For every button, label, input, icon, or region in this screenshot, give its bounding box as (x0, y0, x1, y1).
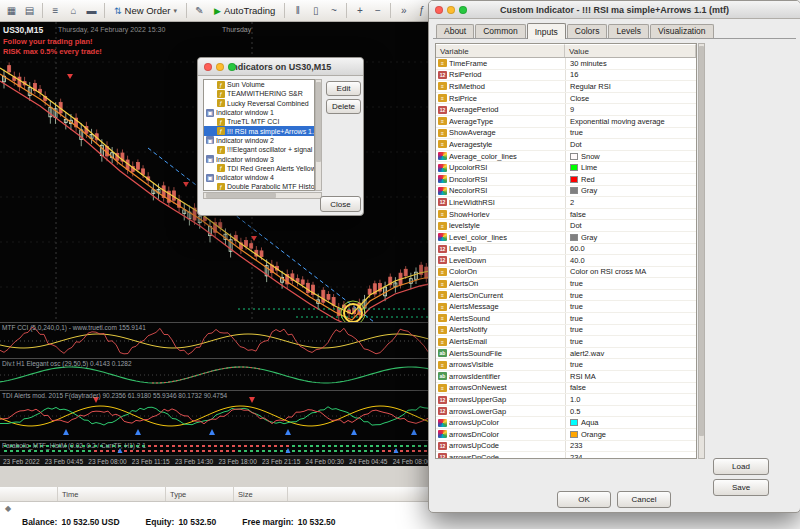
param-value[interactable]: Close (566, 94, 696, 103)
param-value[interactable]: Dot (566, 221, 696, 230)
param-value[interactable]: false (566, 383, 696, 392)
param-value[interactable]: 234 (566, 453, 696, 459)
scrollbar-thumb[interactable] (699, 46, 704, 436)
autotrading-button[interactable]: ▶AutoTrading (209, 2, 280, 20)
param-value[interactable]: 40.0 (566, 256, 696, 265)
indicator-item[interactable]: ▣Indicator window 2 (204, 136, 314, 145)
param-row-upcolorrsi[interactable]: UpcolorRSILime (436, 162, 696, 174)
param-value[interactable]: true (566, 291, 696, 300)
param-row-averagestyle[interactable]: ≡AveragestyleDot (436, 139, 696, 151)
indicator-item[interactable]: ƒSun Volume (204, 80, 314, 89)
param-row-showhorlev[interactable]: ≡ShowHorlevfalse (436, 209, 696, 221)
param-row-arrowsupcolor[interactable]: arrowsUpColorAqua (436, 417, 696, 429)
param-value[interactable]: 9 (566, 105, 696, 114)
indicators-list-hscrollbar[interactable] (203, 192, 322, 199)
close-window-button[interactable] (204, 63, 212, 71)
close-window-button[interactable] (435, 6, 443, 14)
param-row-arrowsvisible[interactable]: ≡arrowsVisibletrue (436, 359, 696, 371)
param-row-averageperiod[interactable]: 12AveragePeriod9 (436, 104, 696, 116)
indicator-item[interactable]: ▣Indicator window 1 (204, 108, 314, 117)
line-chart-icon[interactable]: ~ (325, 2, 342, 19)
param-row-averagetype[interactable]: ≡AverageTypeExponential moving average (436, 116, 696, 128)
tab-inputs[interactable]: Inputs (527, 23, 566, 39)
param-value[interactable]: Snow (566, 152, 696, 161)
param-row-arrowsdncolor[interactable]: arrowsDnColorOrange (436, 429, 696, 441)
parabolic-histo-pane[interactable]: Parabolic_MTF_HistM (0.02, 0.2 / CurrTF,… (0, 440, 434, 455)
cancel-button[interactable]: Cancel (617, 491, 671, 508)
param-row-average_color_lines[interactable]: Average_color_linesSnow (436, 151, 696, 163)
indicator-item[interactable]: ƒ!!!Elegant oscillator + signal (mtf + a… (204, 145, 314, 154)
indicator-item[interactable]: ▣Indicator window 4 (204, 173, 314, 182)
param-row-showaverage[interactable]: ≡ShowAveragetrue (436, 128, 696, 140)
param-row-alertsoncurrent[interactable]: ≡AlertsOnCurrenttrue (436, 290, 696, 302)
param-row-linewidthrsi[interactable]: 12LineWidthRSI2 (436, 197, 696, 209)
column-header-value[interactable]: Value (565, 44, 696, 57)
terminal-panel-icon[interactable]: ▬ (83, 2, 100, 19)
param-value[interactable]: true (566, 302, 696, 311)
param-value[interactable]: true (566, 337, 696, 346)
param-value[interactable]: Exponential moving average (566, 117, 696, 126)
terminal-column-Time[interactable]: Time (58, 487, 166, 501)
param-value[interactable]: 16 (566, 70, 696, 79)
edit-button[interactable]: Edit (326, 81, 361, 96)
param-row-alertssound[interactable]: ≡AlertsSoundtrue (436, 313, 696, 325)
terminal-column-Size[interactable]: Size (234, 487, 288, 501)
param-value[interactable]: true (566, 128, 696, 137)
param-value[interactable]: Red (566, 175, 696, 184)
metaeditor-icon[interactable]: ✎ (191, 2, 208, 19)
param-value[interactable]: Gray (566, 233, 696, 242)
param-value[interactable]: 1.0 (566, 395, 696, 404)
param-value[interactable]: true (566, 325, 696, 334)
properties-dialog-titlebar[interactable]: Custom Indicator - !!! RSI ma simple+Arr… (429, 1, 800, 19)
terminal-column-blank[interactable] (0, 487, 58, 501)
param-row-level_color_lines[interactable]: Level_color_linesGray (436, 232, 696, 244)
param-value[interactable]: alert2.wav (566, 349, 696, 358)
market-watch-icon[interactable]: ≡ (47, 2, 64, 19)
param-value[interactable]: Orange (566, 430, 696, 439)
indicators-list-vscrollbar[interactable] (315, 79, 322, 191)
param-value[interactable]: 233 (566, 441, 696, 450)
param-row-alertsnotify[interactable]: ≡AlertsNotifytrue (436, 325, 696, 337)
tab-about[interactable]: About (436, 24, 474, 38)
minimize-window-button[interactable] (216, 63, 224, 71)
param-row-arrowslowergap[interactable]: 12arrowsLowerGap0.5 (436, 406, 696, 418)
param-row-arrowsonnewest[interactable]: ≡arrowsOnNewestfalse (436, 383, 696, 395)
zoom-window-button[interactable] (459, 6, 467, 14)
param-row-timeframe[interactable]: ≡TimeFrame30 minutes (436, 58, 696, 70)
chart-profiles-icon[interactable]: ▤ (21, 2, 38, 19)
param-row-arrowsuppergap[interactable]: 12arrowsUpperGap1.0 (436, 394, 696, 406)
param-row-levelstyle[interactable]: ≡levelstyleDot (436, 220, 696, 232)
param-value[interactable]: Gray (566, 186, 696, 195)
param-value[interactable]: Lime (566, 163, 696, 172)
param-value[interactable]: true (566, 360, 696, 369)
param-value[interactable]: 30 minutes (566, 59, 696, 68)
terminal-column-Type[interactable]: Type (166, 487, 234, 501)
param-row-rsimethod[interactable]: ≡RsiMethodRegular RSI (436, 81, 696, 93)
indicators-dialog-titlebar[interactable]: Indicators on US30,M15 (198, 58, 363, 76)
param-row-levelup[interactable]: 12LevelUp60.0 (436, 244, 696, 256)
indicator-item[interactable]: ƒTDI Red Green Alerts Yellow mod. 2015.F (204, 164, 314, 173)
minimize-window-button[interactable] (447, 6, 455, 14)
param-value[interactable]: false (566, 210, 696, 219)
param-row-arrowsdncode[interactable]: 12arrowsDnCode234 (436, 452, 696, 459)
indicator-item[interactable]: ƒLucky Reversal Combined (204, 99, 314, 108)
param-row-necolorrsi[interactable]: NecolorRSIGray (436, 186, 696, 198)
candlestick-chart-icon[interactable]: ▯ (307, 2, 324, 19)
param-row-leveldown[interactable]: 12LevelDown40.0 (436, 255, 696, 267)
zoom-out-icon[interactable]: − (369, 2, 386, 19)
param-value[interactable]: Color on RSI cross MA (566, 267, 696, 276)
new-chart-icon[interactable]: ▦ (3, 2, 20, 19)
tab-colors[interactable]: Colors (567, 24, 608, 38)
indicator-item[interactable]: ƒTrueTL MTF CCI (204, 117, 314, 126)
param-row-rsiprice[interactable]: ≡RsiPriceClose (436, 93, 696, 105)
param-value[interactable]: Regular RSI (566, 82, 696, 91)
close-button[interactable]: Close (320, 196, 361, 212)
scrollbar-thumb[interactable] (206, 193, 276, 198)
param-value[interactable]: true (566, 279, 696, 288)
bar-chart-icon[interactable]: ‖ (289, 2, 306, 19)
param-row-rsiperiod[interactable]: 12RsiPeriod16 (436, 70, 696, 82)
tdi-indicator-pane[interactable]: TDI Alerts mod. 2015 F(daytrader) 90.235… (0, 390, 434, 440)
elegant-oscillator-pane[interactable]: Div.t H1 Elegant osc (29,50,5) 0.4143 0.… (0, 358, 434, 390)
navigator-icon[interactable]: ⌂ (65, 2, 82, 19)
indicator-item[interactable]: ƒ!!! RSI ma simple+Arrows 1.1 (mtf) (204, 126, 314, 135)
